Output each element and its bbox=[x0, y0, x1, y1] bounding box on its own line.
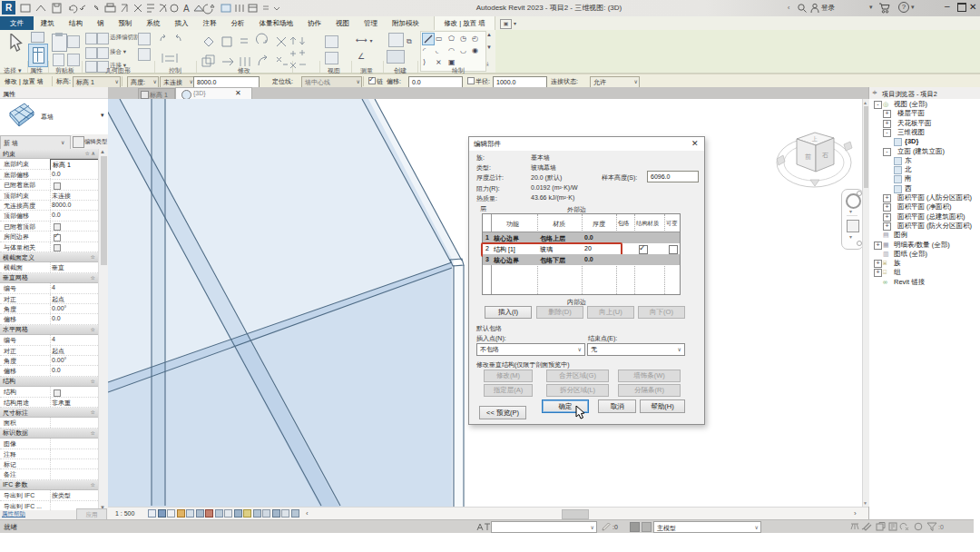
svg-text:前: 前 bbox=[805, 153, 811, 160]
svg-text::0: :0 bbox=[612, 524, 618, 530]
svg-text:右: 右 bbox=[822, 152, 828, 159]
svg-text:A: A bbox=[183, 4, 190, 14]
svg-text::0: :0 bbox=[938, 524, 944, 530]
svg-text:上: 上 bbox=[811, 136, 818, 142]
